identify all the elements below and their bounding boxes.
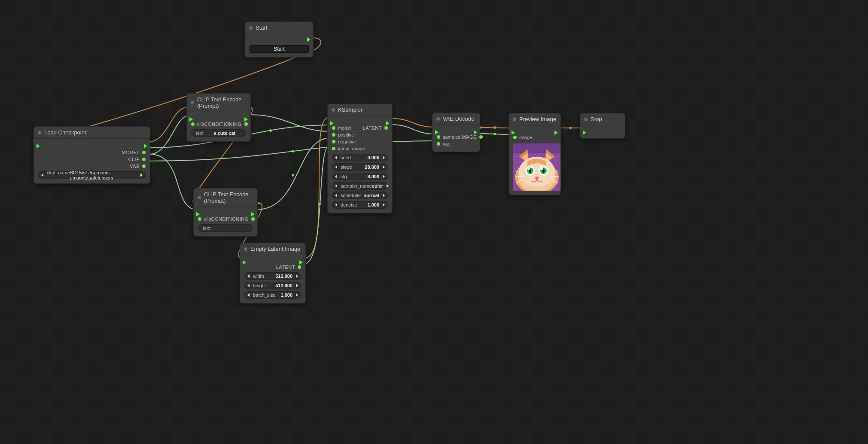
chevron-right-icon[interactable] xyxy=(383,165,385,169)
sampler-name-widget[interactable]: sampler_nameeuler xyxy=(332,182,388,190)
chevron-right-icon[interactable] xyxy=(383,175,385,178)
exec-in-icon[interactable] xyxy=(189,117,193,122)
exec-out-icon[interactable] xyxy=(244,117,248,122)
canvas-background[interactable] xyxy=(0,0,868,444)
chevron-left-icon[interactable] xyxy=(41,173,43,177)
node-title[interactable]: VAE Decode xyxy=(432,113,480,125)
exec-in-icon[interactable] xyxy=(37,144,40,148)
node-title[interactable]: Stop xyxy=(580,113,625,125)
node-stop[interactable]: Stop xyxy=(580,113,625,139)
node-ksampler[interactable]: KSampler model LATENT positive negative … xyxy=(327,103,393,213)
chevron-left-icon[interactable] xyxy=(247,274,250,278)
port-in-image[interactable]: image xyxy=(513,135,532,140)
exec-in-icon[interactable] xyxy=(512,131,515,135)
port-out-image[interactable]: IMAGE xyxy=(460,134,483,140)
width-widget[interactable]: width512.000 xyxy=(244,272,301,280)
chevron-right-icon[interactable] xyxy=(387,184,389,188)
preview-thumbnail[interactable] xyxy=(513,143,560,191)
node-title[interactable]: Preview Image xyxy=(509,113,560,125)
port-out-latent[interactable]: LATENT xyxy=(363,125,388,131)
chevron-left-icon[interactable] xyxy=(335,165,337,169)
collapse-dot-icon[interactable] xyxy=(198,196,201,199)
exec-out-icon[interactable] xyxy=(307,37,311,42)
prompt-text-input[interactable]: text a cute cat xyxy=(191,129,246,137)
collapse-dot-icon[interactable] xyxy=(332,108,335,112)
exec-in-icon[interactable] xyxy=(583,131,586,135)
chevron-right-icon[interactable] xyxy=(296,284,298,287)
collapse-dot-icon[interactable] xyxy=(584,118,588,121)
start-button[interactable]: Start xyxy=(250,45,309,53)
port-in-clip[interactable]: clip xyxy=(198,216,211,222)
port-in-latent-image[interactable]: latent_image xyxy=(332,146,365,151)
port-in-samples[interactable]: samples xyxy=(437,134,460,140)
chevron-left-icon[interactable] xyxy=(335,203,337,207)
chevron-right-icon[interactable] xyxy=(140,173,143,177)
title-text: Preview Image xyxy=(519,116,556,122)
title-text: Empty Latent Image xyxy=(250,246,300,252)
port-out-clip[interactable]: CLIP xyxy=(128,157,146,162)
prompt-text-input[interactable]: text xyxy=(198,224,253,232)
chevron-right-icon[interactable] xyxy=(383,203,385,207)
port-out-latent[interactable]: LATENT xyxy=(276,265,301,270)
collapse-dot-icon[interactable] xyxy=(513,118,516,121)
port-in-negative[interactable]: negative xyxy=(332,139,356,144)
node-title[interactable]: Load Checkpoint xyxy=(34,127,150,139)
exec-in-icon[interactable] xyxy=(435,130,439,134)
exec-out-icon[interactable] xyxy=(554,131,558,135)
port-out-vae[interactable]: VAE xyxy=(130,164,146,169)
chevron-right-icon[interactable] xyxy=(383,194,385,197)
node-clip-text-encode-positive[interactable]: CLIP Text Encode (Prompt) clip CONDITION… xyxy=(186,93,251,142)
exec-out-icon[interactable] xyxy=(144,144,147,148)
chevron-left-icon[interactable] xyxy=(247,293,250,297)
node-preview-image[interactable]: Preview Image image xyxy=(509,113,561,195)
exec-out-icon[interactable] xyxy=(474,130,477,134)
chevron-left-icon[interactable] xyxy=(335,194,337,197)
exec-out-icon[interactable] xyxy=(299,260,303,265)
chevron-right-icon[interactable] xyxy=(383,156,385,159)
node-title[interactable]: Start xyxy=(245,22,313,34)
chevron-right-icon[interactable] xyxy=(296,274,298,278)
batch-size-widget[interactable]: batch_size1.000 xyxy=(244,291,301,299)
exec-out-icon[interactable] xyxy=(386,121,390,125)
title-text: KSampler xyxy=(338,106,362,113)
exec-out-icon[interactable] xyxy=(251,212,255,216)
denoise-widget[interactable]: denoise1.000 xyxy=(332,201,388,209)
steps-widget[interactable]: steps28.000 xyxy=(332,163,388,171)
port-in-model[interactable]: model xyxy=(332,125,351,131)
ckpt-name-widget[interactable]: ckpt_nameSD15\v1-5-pruned-emaonly.safete… xyxy=(38,171,146,179)
cfg-widget[interactable]: cfg8.000 xyxy=(332,173,388,180)
node-title[interactable]: CLIP Text Encode (Prompt) xyxy=(194,189,257,207)
port-in-vae[interactable]: vae xyxy=(437,141,451,146)
height-widget[interactable]: height512.000 xyxy=(244,282,301,289)
chevron-right-icon[interactable] xyxy=(296,293,298,297)
port-out-conditioning[interactable]: CONDITIONING xyxy=(204,122,248,127)
chevron-left-icon[interactable] xyxy=(335,184,337,188)
title-text: Stop xyxy=(591,116,602,122)
exec-in-icon[interactable] xyxy=(196,212,200,216)
collapse-dot-icon[interactable] xyxy=(191,101,194,104)
port-in-positive[interactable]: positive xyxy=(332,132,354,137)
node-clip-text-encode-negative[interactable]: CLIP Text Encode (Prompt) clip CONDITION… xyxy=(193,188,258,237)
port-out-model[interactable]: MODEL xyxy=(122,150,146,155)
node-title[interactable]: Empty Latent Image xyxy=(240,243,305,255)
node-vae-decode[interactable]: VAE Decode samples IMAGE vae xyxy=(432,113,480,152)
collapse-dot-icon[interactable] xyxy=(38,131,41,134)
node-load-checkpoint[interactable]: Load Checkpoint MODEL CLIP VAE ckpt_name… xyxy=(34,126,150,184)
collapse-dot-icon[interactable] xyxy=(249,26,253,30)
chevron-left-icon[interactable] xyxy=(335,175,337,178)
seed-widget[interactable]: seed0.000 xyxy=(332,154,388,161)
collapse-dot-icon[interactable] xyxy=(244,247,247,251)
port-in-clip[interactable]: clip xyxy=(191,122,204,127)
chevron-left-icon[interactable] xyxy=(335,156,337,159)
collapse-dot-icon[interactable] xyxy=(436,117,440,121)
exec-in-icon[interactable] xyxy=(243,260,246,265)
node-title[interactable]: KSampler xyxy=(328,104,392,116)
node-empty-latent-image[interactable]: Empty Latent Image LATENT width512.000 h… xyxy=(240,243,306,304)
node-start[interactable]: Start Start xyxy=(245,21,314,58)
exec-in-icon[interactable] xyxy=(330,121,334,125)
scheduler-widget[interactable]: schedulernormal xyxy=(332,192,388,199)
chevron-left-icon[interactable] xyxy=(247,284,250,287)
node-title[interactable]: CLIP Text Encode (Prompt) xyxy=(187,94,250,112)
svg-point-51 xyxy=(528,168,530,170)
port-out-conditioning[interactable]: CONDITIONING xyxy=(211,216,255,222)
